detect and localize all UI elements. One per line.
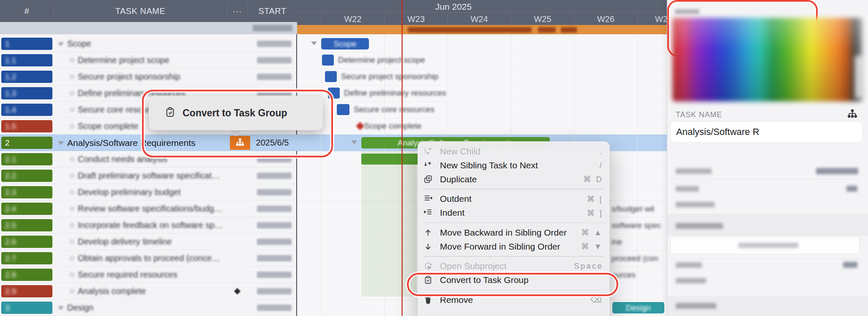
- menu-item-shortcut: ⌫: [590, 295, 603, 305]
- remove-icon: [423, 295, 434, 305]
- menu-item-move-backward-in-sibling-order[interactable]: Move Backward in Sibling Order⌘ ▲: [418, 225, 610, 239]
- task-row-2.8[interactable]: 2.8Secure required resources: [0, 267, 297, 283]
- disclosure-triangle-icon[interactable]: [58, 42, 64, 46]
- disclosure-triangle-icon[interactable]: [58, 141, 64, 145]
- menu-item-move-forward-in-sibling-order[interactable]: Move Forward in Sibling Order⌘ ▼: [418, 239, 610, 253]
- row-content: Develop preliminary budget: [0, 184, 245, 201]
- new-sibling-icon: [423, 160, 434, 170]
- task-circle-icon: [70, 207, 74, 211]
- menu-item-remove[interactable]: Remove⌫: [418, 293, 610, 307]
- task-row-2.3[interactable]: 2.3Develop preliminary budget: [0, 184, 297, 201]
- menu-item-indent[interactable]: Indent⌘ ]: [418, 206, 610, 220]
- row-content: Secure required resources: [0, 267, 245, 283]
- task-row-2.6[interactable]: 2.6Develop delivery timeline: [0, 234, 297, 250]
- task-circle-icon: [70, 190, 74, 194]
- menu-item-label: Remove: [440, 295, 590, 305]
- menu-item-shortcut: ⌘ ▲: [581, 228, 603, 237]
- start-date-blurred: [257, 74, 292, 80]
- task-row-1.2[interactable]: 1.2Secure project sponsorship: [0, 69, 297, 85]
- gantt-bar-1.3[interactable]: [328, 88, 340, 99]
- chart-disclosure-icon[interactable]: [311, 41, 317, 45]
- menu-item-shortcut: .: [600, 147, 603, 156]
- tooltip-label: Convert to Task Group: [183, 107, 287, 119]
- menu-item-open-subproject[interactable]: Open SubprojectSpace: [418, 259, 610, 273]
- gantt-bar-1.1[interactable]: [322, 55, 334, 66]
- row-content: Incorporate feedback on software sp…: [0, 217, 245, 234]
- task-row-2[interactable]: 2Analysis/Software Requirements2025/6/5: [0, 135, 297, 151]
- row-content: Obtain approvals to proceed (conce…: [0, 250, 245, 267]
- week-label-W27: W27: [637, 13, 667, 25]
- start-date-blurred: [257, 41, 292, 47]
- task-name-label: TASK NAME: [676, 110, 722, 119]
- banner-text-blurred: [538, 27, 556, 33]
- menu-item-label: Outdent: [440, 194, 587, 204]
- week-gridline: [637, 34, 638, 316]
- task-name: Review software specifications/budg…: [78, 204, 222, 214]
- task-row-2.9[interactable]: 2.9Analysis complete: [0, 283, 297, 300]
- gantt-bar-3[interactable]: Design: [612, 302, 664, 313]
- menu-item-label: Open Subproject: [440, 261, 574, 271]
- start-date-blurred: [257, 272, 292, 278]
- start-date-blurred: [257, 156, 292, 162]
- task-circle-icon: [70, 124, 74, 128]
- menu-item-convert-to-task-group[interactable]: Convert to Task Group: [418, 273, 610, 287]
- gantt-bar-1.2[interactable]: [325, 71, 337, 82]
- section-label-blurred: [676, 223, 723, 229]
- gantt-bar-2.1[interactable]: [361, 154, 418, 165]
- bar-label: Secure core resources: [354, 105, 434, 114]
- menu-item-new-sibling-task-to-next[interactable]: New Sibling Task to Next/: [418, 158, 610, 172]
- start-date-blurred: [257, 239, 292, 245]
- milestone-diamond: [356, 122, 364, 130]
- start-date-blurred: [257, 288, 292, 294]
- field-label-blurred: [676, 202, 715, 207]
- menu-item-new-child[interactable]: New Child.: [418, 144, 610, 158]
- task-row-2.4[interactable]: 2.4Review software specifications/budg…: [0, 201, 297, 217]
- task-row-1[interactable]: 1Scope: [0, 36, 297, 52]
- hierarchy-icon[interactable]: [846, 108, 859, 123]
- disclosure-triangle-icon[interactable]: [58, 306, 64, 310]
- field-label-blurred: [676, 186, 699, 192]
- task-row-1.1[interactable]: 1.1Determine project scope: [0, 52, 297, 69]
- row-gridline: [297, 118, 667, 118]
- task-row-3[interactable]: 3Design: [0, 300, 297, 316]
- group-bar-label: Scope: [321, 38, 369, 49]
- menu-item-duplicate[interactable]: Duplicate⌘ D: [418, 172, 610, 186]
- week-divider: [574, 14, 575, 25]
- gantt-bar-1.4[interactable]: [337, 104, 349, 115]
- task-row-2.7[interactable]: 2.7Obtain approvals to proceed (conce…: [0, 250, 297, 267]
- convert-to-task-group-tooltip: Convert to Task Group: [149, 96, 323, 130]
- chart-disclosure-icon[interactable]: [351, 140, 357, 144]
- bar-label: Determine project scope: [338, 55, 425, 65]
- task-row-2.1[interactable]: 2.1Conduct needs analysis: [0, 151, 297, 168]
- field-value-blurred: [816, 168, 858, 174]
- task-circle-icon: [70, 157, 74, 161]
- task-group-clipboard-icon: [164, 106, 176, 120]
- convert-to-task-group-icon: [423, 275, 434, 285]
- move-forward-icon: [423, 242, 434, 252]
- menu-separator: [423, 290, 604, 291]
- week-gridline: [321, 34, 322, 316]
- menu-item-shortcut: /: [600, 161, 603, 170]
- color-palette[interactable]: [672, 18, 863, 102]
- menu-separator: [423, 223, 604, 223]
- task-circle-icon: [70, 91, 74, 95]
- task-table: # TASK NAME ··· START 1Scope1.1Determine…: [0, 0, 297, 316]
- week-label-W24: W24: [448, 13, 511, 25]
- convert-to-task-group-orange-button[interactable]: [230, 136, 250, 150]
- start-date-blurred: [257, 255, 292, 261]
- week-label-W25: W25: [511, 13, 574, 25]
- field-value-blurred: [846, 186, 857, 192]
- task-row-2.2[interactable]: 2.2Draft preliminary software specificat…: [0, 168, 297, 184]
- task-row-2.5[interactable]: 2.5Incorporate feedback on software sp…: [0, 217, 297, 234]
- menu-item-label: New Child: [440, 146, 600, 157]
- week-label-W26: W26: [574, 13, 637, 25]
- task-circle-icon: [70, 273, 74, 277]
- menu-item-outdent[interactable]: Outdent⌘ [: [418, 192, 610, 206]
- task-name-field[interactable]: Analysis/Software R: [671, 122, 863, 142]
- row-content: Scope: [0, 36, 245, 52]
- field-label-blurred: [676, 262, 702, 268]
- row-gridline: [297, 85, 667, 85]
- gantt-bar-1[interactable]: Scope: [321, 38, 369, 49]
- start-date-value: 2025/6/5: [248, 135, 297, 151]
- week-divider: [637, 14, 638, 25]
